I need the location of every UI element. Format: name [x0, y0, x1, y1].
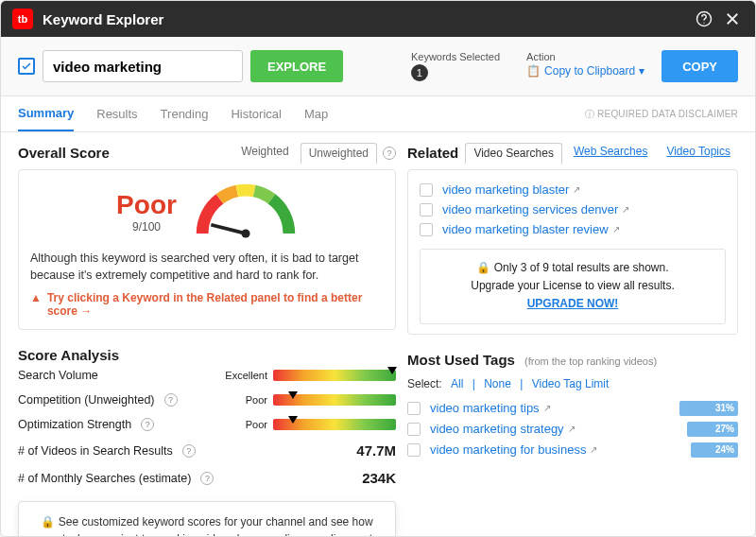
tab-results[interactable]: Results — [96, 97, 137, 130]
select-label: Select: — [407, 377, 442, 390]
tag-link[interactable]: video marketing for business — [430, 442, 586, 457]
svg-point-1 — [703, 23, 704, 24]
score-analysis-title: Score Analysis — [18, 347, 396, 363]
item-checkbox[interactable] — [420, 223, 433, 236]
rel-tab-web-searches[interactable]: Web Searches — [566, 142, 656, 164]
rel-tab-video-topics[interactable]: Video Topics — [659, 142, 738, 164]
tab-summary[interactable]: Summary — [18, 96, 74, 131]
external-icon[interactable]: ↗ — [590, 444, 597, 455]
rel-tab-video-searches[interactable]: Video Searches — [465, 143, 562, 165]
chevron-down-icon: ▾ — [639, 64, 644, 78]
sa-row-video-count: # of Videos in Search Results? 47.7M — [18, 437, 396, 464]
item-checkbox[interactable] — [420, 203, 433, 217]
data-disclaimer[interactable]: REQUIRED DATA DISCLAIMER — [585, 108, 738, 121]
tag-item: video marketing tips ↗ 31% — [407, 398, 738, 419]
help-icon[interactable]: ? — [182, 444, 196, 458]
related-link[interactable]: video marketing services denver — [442, 202, 618, 217]
upgrade-popover: 🔒 See customized keyword scores for your… — [18, 501, 396, 537]
score-tip[interactable]: ▲ Try clicking a Keyword in the Related … — [30, 291, 384, 318]
gauge-icon — [194, 182, 298, 242]
subtab-weighted[interactable]: Weighted — [233, 142, 296, 164]
sa-row-search-volume: Search Volume Excellent — [18, 363, 396, 388]
related-list: video marketing blaster ↗ video marketin… — [407, 169, 738, 335]
tab-map[interactable]: Map — [304, 97, 328, 130]
tag-item: video marketing strategy ↗ 27% — [407, 419, 738, 440]
score-number: 9/100 — [116, 220, 177, 234]
tag-pct: 27% — [687, 422, 738, 437]
explore-button[interactable]: EXPLORE — [250, 50, 343, 82]
external-icon[interactable]: ↗ — [543, 403, 551, 413]
overall-score-panel: Poor 9/100 Although this keyword is sear… — [18, 169, 396, 330]
action-dropdown[interactable]: 📋 Copy to Clipboard ▾ — [526, 64, 644, 78]
help-icon[interactable]: ? — [141, 418, 154, 431]
close-icon[interactable] — [721, 8, 744, 30]
tab-historical[interactable]: Historical — [231, 97, 281, 130]
external-icon[interactable]: ↗ — [622, 204, 629, 215]
item-checkbox[interactable] — [407, 402, 421, 415]
tag-link[interactable]: video marketing tips — [430, 401, 540, 415]
overall-score-title: Overall Score — [18, 145, 233, 161]
select-limit[interactable]: Video Tag Limit — [532, 377, 610, 390]
subtab-unweighted[interactable]: Unweighted — [301, 143, 377, 165]
external-icon[interactable]: ↗ — [568, 424, 576, 434]
keyword-input[interactable] — [43, 50, 243, 82]
warning-icon: ▲ — [30, 291, 42, 304]
tag-pct: 31% — [679, 401, 738, 416]
related-item: video marketing blaster review ↗ — [420, 219, 726, 239]
tag-link[interactable]: video marketing strategy — [430, 422, 564, 436]
item-checkbox[interactable] — [407, 423, 421, 436]
related-title: Related — [407, 145, 465, 161]
keywords-selected: Keywords Selected 1 — [411, 51, 500, 81]
score-word: Poor — [116, 190, 177, 220]
tag-pct: 24% — [691, 442, 738, 458]
tab-trending[interactable]: Trending — [161, 97, 209, 130]
tag-item: video marketing for business ↗ 24% — [407, 440, 738, 460]
select-none[interactable]: None — [484, 377, 511, 390]
related-link[interactable]: video marketing blaster review — [442, 222, 609, 236]
help-icon[interactable]: ? — [383, 147, 396, 160]
svg-point-2 — [241, 229, 249, 237]
most-used-tags-title: Most Used Tags (from the top ranking vid… — [407, 352, 738, 368]
related-locked-notice: 🔒 Only 3 of 9 total results are shown. U… — [420, 249, 726, 324]
keyword-checkbox[interactable] — [18, 58, 35, 75]
sa-row-optimization: Optimization Strength? Poor — [18, 412, 396, 437]
item-checkbox[interactable] — [420, 183, 433, 197]
score-description: Although this keyword is searched very o… — [30, 250, 384, 284]
help-icon[interactable]: ? — [164, 393, 178, 407]
external-icon[interactable]: ↗ — [573, 184, 580, 195]
related-item: video marketing services denver ↗ — [420, 199, 726, 219]
app-title: Keyword Explorer — [43, 11, 687, 27]
related-item: video marketing blaster ↗ — [420, 180, 726, 199]
upgrade-link[interactable]: UPGRADE NOW! — [527, 297, 619, 310]
copy-icon: 📋 — [526, 64, 541, 78]
help-icon[interactable] — [693, 8, 715, 30]
tubebuddy-logo: tb — [12, 9, 33, 29]
sa-row-monthly-searches: # of Monthly Searches (estimate)? 234K — [18, 464, 396, 492]
help-icon[interactable]: ? — [200, 472, 214, 485]
keywords-selected-count: 1 — [411, 64, 428, 81]
related-link[interactable]: video marketing blaster — [442, 182, 569, 197]
select-all[interactable]: All — [451, 377, 463, 390]
sa-row-competition: Competition (Unweighted)? Poor — [18, 388, 396, 412]
copy-button[interactable]: COPY — [662, 50, 738, 82]
item-checkbox[interactable] — [407, 443, 421, 457]
action-label: Action — [526, 51, 644, 62]
external-icon[interactable]: ↗ — [612, 224, 620, 234]
